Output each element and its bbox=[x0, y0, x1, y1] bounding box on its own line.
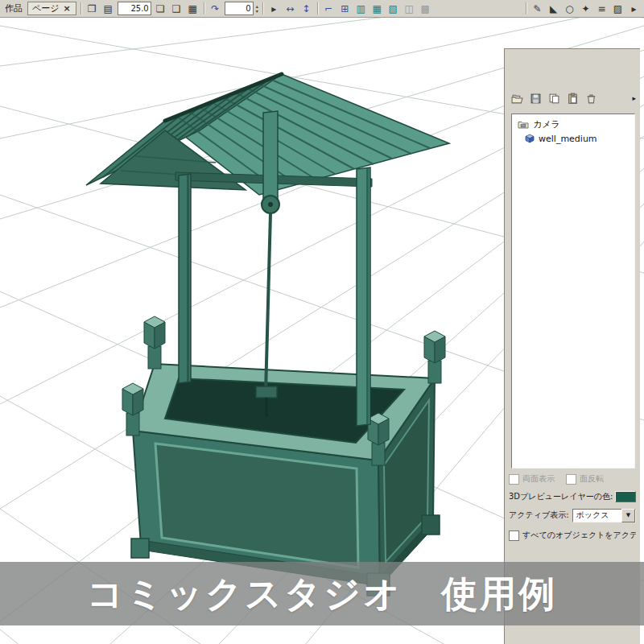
new-page-icon[interactable]: ❏ bbox=[154, 1, 167, 17]
rotate-view-icon[interactable]: ↷ bbox=[208, 1, 222, 17]
bucket-bracket bbox=[256, 386, 277, 398]
panel-toggle-icon[interactable]: ◫ bbox=[402, 1, 416, 17]
all-objects-label: すべてのオブジェクトをアクティ bbox=[522, 530, 636, 541]
toolbar-separator bbox=[262, 2, 263, 14]
delete-icon[interactable] bbox=[585, 93, 597, 105]
scroll-horizontal-icon[interactable]: ↔ bbox=[283, 1, 297, 17]
cube-icon bbox=[525, 134, 535, 143]
display-options-row: 両面表示 面反転 bbox=[509, 473, 636, 485]
guide-icon[interactable]: ⌐ bbox=[322, 1, 336, 17]
page-icon[interactable]: ❑ bbox=[170, 1, 184, 17]
toolbar-separator bbox=[204, 2, 204, 14]
active-display-row: アクティブ表示: ボックス ▼ bbox=[509, 508, 636, 522]
frame-icon[interactable]: ⊞ bbox=[338, 1, 352, 17]
layout-icon[interactable]: ▤ bbox=[101, 1, 115, 17]
ellipse-tool-icon[interactable]: ○ bbox=[563, 1, 576, 17]
paste-icon[interactable] bbox=[567, 93, 579, 105]
toolbar-separator bbox=[317, 2, 318, 14]
angle-input[interactable]: 0 bbox=[225, 2, 254, 15]
toolbar-overflow-icon[interactable]: ▸ bbox=[627, 1, 641, 17]
line-tool-icon[interactable]: ≡ bbox=[595, 1, 609, 17]
face-flip-checkbox bbox=[566, 474, 576, 485]
double-sided-checkbox bbox=[509, 474, 519, 485]
list-item-well-medium[interactable]: well_medium bbox=[514, 131, 633, 146]
object-label: well_medium bbox=[539, 134, 597, 144]
snap-icon[interactable]: ▧ bbox=[386, 1, 400, 17]
pulley-hanger bbox=[263, 111, 278, 209]
spread-icon[interactable]: ▦ bbox=[186, 1, 200, 17]
active-display-select[interactable]: ボックス ▼ bbox=[572, 509, 636, 522]
toolbar-right-group: ✎ ◣ ○ ✦ ≡ ▨ ▸ bbox=[524, 1, 642, 17]
panel-toolbar: ▸ bbox=[511, 91, 636, 105]
object-label: カメラ bbox=[533, 118, 560, 130]
angle-spinner[interactable]: ▴▾ bbox=[256, 4, 258, 14]
active-display-value: ボックス bbox=[576, 510, 609, 521]
save-icon[interactable] bbox=[530, 93, 542, 105]
main-toolbar: 作品 ページ × ❐ ▤ 25.0 ❏ ❑ ▦ ↷ 0 ▴▾ ▸ ↔ ↕ ⌐ ⊞… bbox=[0, 0, 644, 18]
close-tab-button[interactable]: × bbox=[63, 3, 72, 14]
panel-overflow-icon[interactable]: ▸ bbox=[632, 94, 636, 102]
well-3d-model[interactable] bbox=[86, 74, 449, 596]
layer-color-row: 3Dプレビューレイヤーの色: bbox=[509, 490, 636, 503]
hatch-tool-icon[interactable]: ▨ bbox=[611, 1, 625, 17]
chevron-down-icon[interactable]: ▼ bbox=[621, 509, 635, 522]
scroll-vertical-icon[interactable]: ↕ bbox=[299, 1, 313, 17]
duplicate-page-icon[interactable]: ❐ bbox=[85, 1, 99, 17]
active-display-label: アクティブ表示: bbox=[509, 510, 569, 521]
toolbar-separator bbox=[80, 2, 81, 14]
all-objects-row: すべてのオブジェクトをアクティ bbox=[509, 529, 636, 542]
layer-color-swatch[interactable] bbox=[615, 491, 636, 502]
object-list[interactable]: カメラ well_medium bbox=[511, 114, 635, 469]
grid-icon[interactable]: ▦ bbox=[370, 1, 384, 17]
tab-page[interactable]: ページ × bbox=[27, 2, 76, 15]
toolbar-separator bbox=[526, 2, 526, 14]
tab-page-label: ページ bbox=[32, 2, 60, 14]
tab-works[interactable]: 作品 bbox=[2, 2, 25, 14]
double-sided-label: 両面表示 bbox=[522, 473, 555, 485]
caption-banner: コミックスタジオ 使用例 bbox=[0, 562, 644, 625]
face-flip-label: 面反転 bbox=[580, 473, 604, 485]
copy-icon[interactable] bbox=[548, 93, 560, 105]
step-forward-icon[interactable]: ▸ bbox=[267, 1, 281, 17]
star-tool-icon[interactable]: ✦ bbox=[579, 1, 592, 17]
object-panel: ▸ カメラ well_medium 両面表示 bbox=[504, 48, 640, 644]
list-item-camera[interactable]: カメラ bbox=[514, 117, 633, 131]
pen-icon[interactable]: ✎ bbox=[530, 1, 544, 17]
well-rod bbox=[266, 213, 270, 393]
triangle-tool-icon[interactable]: ◣ bbox=[547, 1, 560, 17]
open-folder-icon[interactable] bbox=[511, 93, 523, 105]
layer-color-label: 3Dプレビューレイヤーの色: bbox=[509, 491, 613, 502]
camera-folder-icon bbox=[518, 119, 529, 129]
shading-icon[interactable]: ▩ bbox=[419, 1, 432, 17]
ruler-icon[interactable]: ▥ bbox=[354, 1, 368, 17]
zoom-input[interactable]: 25.0 bbox=[118, 2, 151, 15]
spin-down-icon[interactable]: ▾ bbox=[256, 9, 258, 14]
caption-text: コミックスタジオ 使用例 bbox=[87, 570, 557, 618]
application-window: 作品 ページ × ❐ ▤ 25.0 ❏ ❑ ▦ ↷ 0 ▴▾ ▸ ↔ ↕ ⌐ ⊞… bbox=[0, 0, 644, 644]
all-objects-checkbox[interactable] bbox=[509, 530, 519, 541]
